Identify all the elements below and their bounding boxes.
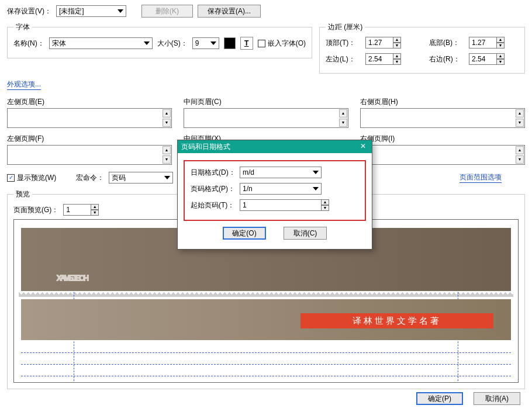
mid-header-group: 中间页眉(C) ▲▼ [184, 97, 348, 128]
page-date-format-dialog: 页码和日期格式 ✕ 日期格式(D)： m/d 页码格式(P)： 1/n 起始页码… [177, 140, 372, 250]
save-settings-select[interactable]: [未指定] [56, 5, 126, 17]
page-preview-label: 页面预览(G)： [13, 205, 58, 215]
font-size-label: 大小(S)： [157, 39, 188, 49]
left-header-input[interactable]: ▲▼ [7, 108, 172, 128]
page-format-select[interactable]: 1/n [240, 183, 322, 195]
left-footer-group: 左侧页脚(F) ▲▼ [7, 134, 172, 165]
modal-title-text: 页码和日期格式 [181, 142, 230, 152]
modal-titlebar: 页码和日期格式 ✕ [178, 140, 372, 153]
delete-button: 删除(K) [141, 5, 193, 18]
right-header-input[interactable]: ▲▼ [360, 108, 525, 128]
modal-cancel-button[interactable]: 取消(C) [284, 227, 327, 240]
save-settings-label: 保存设置(V)： [7, 6, 51, 16]
margin-fieldset: 边距 (厘米) 顶部(T)： ▲▼ 底部(B)： ▲▼ 左边(L)： ▲▼ 右边… [319, 22, 525, 74]
close-icon[interactable]: ✕ [358, 142, 368, 151]
save-settings-row: 保存设置(V)： [未指定] 删除(K) 保存设置(A)... [7, 5, 525, 18]
right-footer-label: 右侧页脚(I) [360, 134, 525, 144]
margin-left-input[interactable]: ▲▼ [365, 53, 401, 65]
preview-banner: 译林世界文学名著 [300, 313, 493, 328]
page-format-label: 页码格式(P)： [191, 184, 236, 194]
start-page-label: 起始页码(T)： [191, 200, 236, 210]
page-range-link[interactable]: 页面范围选项 [460, 172, 502, 183]
right-footer-group: 右侧页脚(I) ▲▼ [360, 134, 525, 165]
font-legend: 字体 [13, 22, 32, 32]
svg-text:XAMEJIEOH: XAMEJIEOH [57, 274, 88, 282]
modal-highlight-box: 日期格式(D)： m/d 页码格式(P)： 1/n 起始页码(T)： ▲▼ [184, 160, 366, 221]
show-preview-label: 显示预览(W) [17, 173, 56, 183]
margin-bottom-input[interactable]: ▲▼ [469, 37, 505, 49]
page-preview-input[interactable]: ▲▼ [63, 204, 99, 216]
show-preview-checkbox[interactable]: 显示预览(W) [7, 173, 56, 183]
start-page-input[interactable]: ▲▼ [240, 199, 322, 211]
left-header-group: 左侧页眉(E) ▲▼ [7, 97, 172, 128]
appearance-options-link[interactable]: 外观选项... [7, 79, 41, 90]
font-size-select[interactable]: 9 [192, 37, 219, 49]
right-footer-input[interactable]: ▲▼ [360, 145, 525, 165]
margin-bottom-label: 底部(B)： [429, 38, 461, 48]
font-fieldset: 字体 名称(N)： 宋体 大小(S)： 9 T 嵌入字体(O) [7, 22, 312, 58]
embed-font-checkbox[interactable]: 嵌入字体(O) [258, 39, 306, 49]
left-header-label: 左侧页眉(E) [7, 97, 172, 107]
modal-ok-button[interactable]: 确定(O) [223, 227, 266, 240]
left-footer-input[interactable]: ▲▼ [7, 145, 172, 165]
margin-top-label: 顶部(T)： [326, 38, 357, 48]
date-format-select[interactable]: m/d [240, 167, 322, 178]
underline-button[interactable]: T [240, 37, 253, 50]
margin-right-label: 右边(R)： [429, 54, 461, 64]
dialog-footer: 确定(P) 取消(A) [416, 392, 520, 405]
margin-top-input[interactable]: ▲▼ [365, 37, 401, 49]
cancel-button[interactable]: 取消(A) [474, 392, 520, 405]
font-name-label: 名称(N)： [13, 39, 44, 49]
margin-left-label: 左边(L)： [326, 54, 357, 64]
left-footer-label: 左侧页脚(F) [7, 134, 172, 144]
font-name-select[interactable]: 宋体 [49, 37, 153, 49]
font-color-swatch[interactable] [224, 37, 236, 49]
mid-header-label: 中间页眉(C) [184, 97, 348, 107]
save-settings-button[interactable]: 保存设置(A)... [198, 5, 261, 18]
right-header-group: 右侧页眉(H) ▲▼ [360, 97, 525, 128]
mid-header-input[interactable]: ▲▼ [184, 108, 348, 128]
date-format-label: 日期格式(D)： [191, 168, 236, 178]
embed-font-label: 嵌入字体(O) [268, 39, 306, 49]
preview-legend: 预览 [13, 189, 32, 199]
macro-label: 宏命令： [76, 173, 104, 183]
margin-legend: 边距 (厘米) [326, 22, 365, 32]
right-header-label: 右侧页眉(H) [360, 97, 525, 107]
macro-select[interactable]: 页码 [109, 172, 173, 184]
margin-right-input[interactable]: ▲▼ [469, 53, 505, 65]
ok-button[interactable]: 确定(P) [416, 392, 463, 405]
